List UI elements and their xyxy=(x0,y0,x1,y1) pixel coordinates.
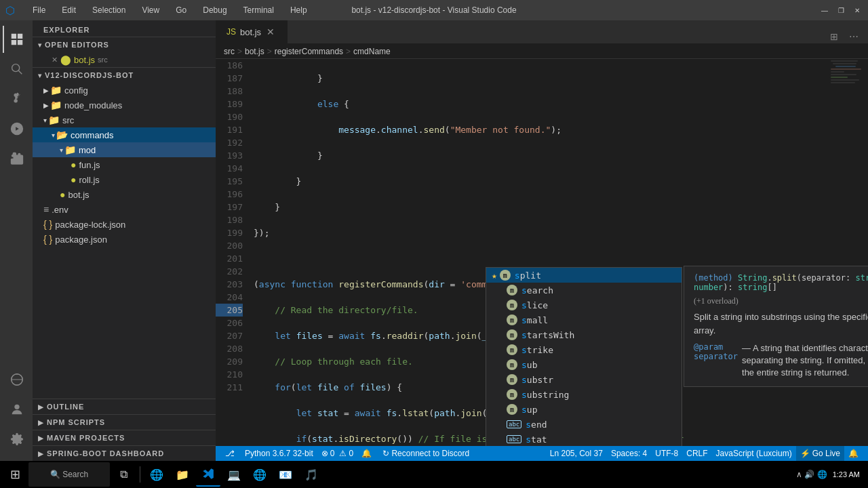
status-python-label: Python 3.6.7 32-bit xyxy=(245,449,313,458)
menu-file[interactable]: File xyxy=(28,4,50,16)
editor[interactable]: 186 187 188 189 190 191 192 193 194 195 … xyxy=(216,59,868,446)
file-rolljs[interactable]: ● roll.js xyxy=(33,172,216,187)
taskbar-vscode[interactable] xyxy=(196,462,220,487)
ac-item-startswith[interactable]: m startsWith xyxy=(486,327,682,342)
status-golive[interactable]: ⚡ Go Live xyxy=(796,446,844,461)
taskbar-explorer[interactable]: 📁 xyxy=(170,462,195,487)
status-eol[interactable]: CRLF xyxy=(682,446,711,461)
folder-node-modules[interactable]: ▶ 📁 node_modules xyxy=(33,98,216,113)
activity-settings-icon[interactable] xyxy=(3,426,30,453)
ac-item-send[interactable]: abc send xyxy=(486,417,682,432)
ac-item-sup[interactable]: m sup xyxy=(486,402,682,417)
breadcrumb-sep3: > xyxy=(346,47,351,56)
file-rolljs-label: roll.js xyxy=(79,175,99,185)
file-env[interactable]: ≡ .env xyxy=(33,202,216,217)
folder-mod[interactable]: ▾ 📁 mod xyxy=(33,142,216,157)
activity-search-icon[interactable] xyxy=(3,56,30,83)
taskbar-mail[interactable]: 📧 xyxy=(273,462,298,487)
menu-terminal[interactable]: Terminal xyxy=(239,4,278,16)
taskbar-music[interactable]: 🎵 xyxy=(299,462,323,487)
status-language[interactable]: JavaScript (Luxcium) xyxy=(712,446,796,461)
npm-header[interactable]: ▶ NPM Scripts xyxy=(33,415,216,430)
taskbar-terminal[interactable]: 💻 xyxy=(222,462,246,487)
activity-remote-icon[interactable] xyxy=(3,366,30,393)
status-notify[interactable]: 🔔 xyxy=(357,446,376,461)
ac-item-sub[interactable]: m sub xyxy=(486,357,682,372)
open-editors-header[interactable]: ▾ Open Editors xyxy=(33,37,216,52)
ac-item-slice[interactable]: m slice xyxy=(486,298,682,312)
outline-label: Outline xyxy=(47,403,84,411)
file-funjs[interactable]: ● fun.js xyxy=(33,157,216,172)
activity-debug-icon[interactable] xyxy=(3,115,30,142)
status-python[interactable]: Python 3.6.7 32-bit xyxy=(241,446,317,461)
json-file-icon: { } xyxy=(43,219,52,230)
npm-label: NPM Scripts xyxy=(47,418,105,426)
maximize-button[interactable]: ❐ xyxy=(835,5,846,16)
code-line: } xyxy=(254,149,868,162)
chevron-down-icon: ▾ xyxy=(60,146,63,154)
chevron-right-icon: ▶ xyxy=(38,403,44,411)
activity-extensions-icon[interactable] xyxy=(3,145,30,172)
ac-item-strike[interactable]: m strike xyxy=(486,342,682,357)
method-icon: m xyxy=(507,389,517,400)
project-header[interactable]: ▾ V12-DISCORDJS-BOT xyxy=(33,68,216,83)
close-file-icon[interactable]: ✕ xyxy=(52,56,58,64)
folder-icon: 📁 xyxy=(64,144,76,155)
more-actions-button[interactable]: ⋯ xyxy=(845,30,863,43)
taskbar-chrome[interactable]: 🌐 xyxy=(248,462,272,487)
folder-src[interactable]: ▾ 📁 src xyxy=(33,113,216,127)
maven-label: Maven Projects xyxy=(47,434,125,442)
status-notifications[interactable]: 🔔 xyxy=(844,446,863,461)
ac-item-small[interactable]: m small xyxy=(486,312,682,327)
status-encoding[interactable]: UTF-8 xyxy=(651,446,682,461)
tab-botjs[interactable]: JS bot.js ✕ xyxy=(216,20,288,43)
file-package-lock[interactable]: { } package-lock.json xyxy=(33,217,216,232)
autocomplete-dropdown[interactable]: ★ m split m search m slice xyxy=(486,267,682,446)
ac-item-substring[interactable]: m substring xyxy=(486,387,682,402)
menu-debug[interactable]: Debug xyxy=(199,4,231,16)
menu-go[interactable]: Go xyxy=(172,4,191,16)
file-package[interactable]: { } package.json xyxy=(33,232,216,247)
folder-config[interactable]: ▶ 📁 config xyxy=(33,83,216,98)
status-git[interactable]: ⎇ xyxy=(221,446,241,461)
ac-item-split[interactable]: ★ m split xyxy=(486,268,682,283)
method-icon: m xyxy=(507,404,517,415)
ac-item-search[interactable]: m search xyxy=(486,283,682,298)
spring-header[interactable]: ▶ Spring-Boot Dashboard xyxy=(33,446,216,461)
maven-header[interactable]: ▶ Maven Projects xyxy=(33,430,216,445)
npm-section: ▶ NPM Scripts xyxy=(33,414,216,430)
activity-git-icon[interactable] xyxy=(3,85,30,113)
menu-help[interactable]: Help xyxy=(286,4,311,16)
ac-item-substr[interactable]: m substr xyxy=(486,372,682,387)
file-botjs[interactable]: ● bot.js xyxy=(33,187,216,202)
breadcrumb-src[interactable]: src xyxy=(224,47,235,56)
status-spaces[interactable]: Spaces: 4 xyxy=(607,446,651,461)
close-button[interactable]: ✕ xyxy=(852,5,863,16)
status-errors[interactable]: ⊗ 0 ⚠ 0 xyxy=(317,446,357,461)
taskbar-edge[interactable]: 🌐 xyxy=(144,462,169,487)
breadcrumb-func[interactable]: registerCommands xyxy=(275,47,343,56)
folder-commands[interactable]: ▾ 📂 commands xyxy=(33,127,216,142)
taskbar-search[interactable]: 🔍 Search xyxy=(28,462,110,487)
taskbar-taskview[interactable]: ⧉ xyxy=(111,462,136,487)
breadcrumb-var[interactable]: cmdName xyxy=(353,47,391,56)
ac-item-stat[interactable]: abc stat xyxy=(486,432,682,446)
activity-account-icon[interactable] xyxy=(3,396,30,423)
chevron-right-icon: ▶ xyxy=(43,87,49,94)
open-editor-botjs[interactable]: ✕ ⬤ bot.js src xyxy=(33,52,216,67)
method-icon: m xyxy=(507,300,517,310)
status-position[interactable]: Ln 205, Col 37 xyxy=(546,446,607,461)
taskbar-start-button[interactable]: ⊞ xyxy=(3,462,27,487)
menu-view[interactable]: View xyxy=(138,4,163,16)
chevron-down-icon: ▾ xyxy=(38,41,42,49)
menu-edit[interactable]: Edit xyxy=(58,4,80,16)
activity-explorer-icon[interactable] xyxy=(3,26,30,53)
status-reconnect[interactable]: ↻ Reconnect to Discord xyxy=(378,446,473,461)
minimize-button[interactable]: — xyxy=(819,5,830,16)
method-icon: m xyxy=(507,314,517,325)
breadcrumb-botjs[interactable]: bot.js xyxy=(245,47,264,56)
split-editor-button[interactable]: ⊞ xyxy=(826,30,842,43)
tab-close-button[interactable]: ✕ xyxy=(265,26,276,37)
menu-selection[interactable]: Selection xyxy=(88,4,130,16)
outline-header[interactable]: ▶ Outline xyxy=(33,399,216,414)
